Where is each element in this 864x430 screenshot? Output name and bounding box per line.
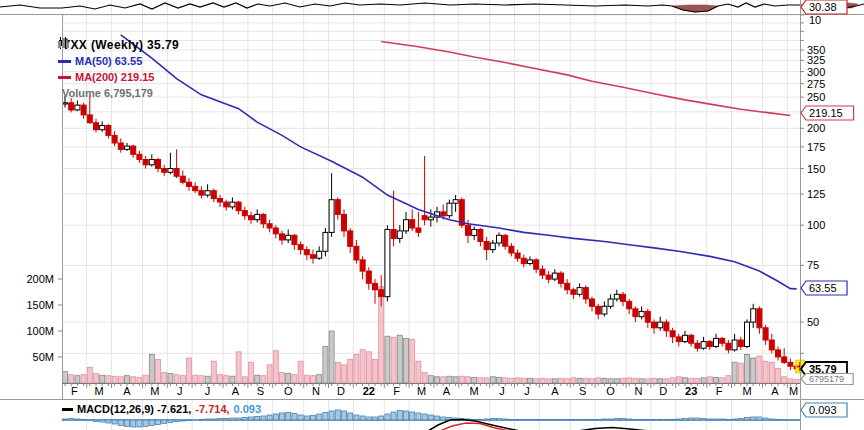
macd-hist-bar [546,420,551,421]
volume-bar [162,373,167,383]
macd-hist-bar [187,420,192,421]
month-axis-label: J [524,385,530,397]
candle-body [788,362,793,366]
volume-bar [69,375,74,383]
month-axis-label: D [337,385,345,397]
ma200-label: MA(200) 219.15 [75,69,155,85]
volume-label: Volume 6,795,179 [62,85,153,101]
volume-bar [503,378,508,383]
volume-bar [311,376,316,383]
price-axis-label: 175 [807,141,825,153]
candle-body [298,245,303,250]
macd-hist-bar [509,420,514,421]
callout-value: 30.38 [809,1,837,13]
volume-bar [590,379,595,383]
month-axis-label: F [393,385,400,397]
candle-body [100,126,105,130]
candle-body [515,253,520,258]
volume-bar [143,375,148,383]
volume-bar [193,375,198,383]
volume-bar [720,378,725,383]
month-axis-label: F [71,385,78,397]
volume-bar [732,362,737,383]
volume-bar [714,377,719,383]
candle-body [143,160,148,165]
volume-bar [776,368,781,383]
volume-bar [614,379,619,383]
volume-bar [335,362,340,383]
volume-bar [149,354,154,383]
volume-bar [236,352,241,383]
candle-body [565,283,570,290]
macd-hist-bar [69,419,74,421]
volume-bar [559,378,564,383]
price-axis-label: 250 [807,91,825,103]
price-axis-label: 150 [807,163,825,175]
macd-hist-bar [515,420,520,421]
volume-bar [224,376,229,383]
volume-bar [645,379,650,383]
macd-hist-bar [75,419,80,420]
legend-volume-row: Volume 6,795,179 [58,85,179,101]
macd-hist-bar [218,419,223,421]
macd-hist-bar [590,420,595,421]
volume-bar [391,337,396,383]
volume-bar [540,378,545,383]
candle-body [416,228,421,232]
volume-bar [621,378,626,383]
macd-hist-bar [416,413,421,420]
volume-bar [652,378,657,383]
macd-label-and-value: MACD(12,26,9) -7.621, [77,403,191,415]
candle-body [81,105,86,115]
macd-hist-bar [633,420,638,421]
candle-body [720,338,725,343]
volume-bar [571,378,576,383]
candle-body [342,214,347,231]
macd-hist-bar [683,419,688,421]
macd-hist-bar [242,418,247,421]
volume-bar [707,377,712,383]
volume-bar [242,377,247,383]
candle-body [540,269,545,275]
volume-bar [230,376,235,383]
volume-axis-label: 200M [26,273,54,285]
volume-bar [218,375,223,383]
volume-bar [404,338,409,383]
macd-hist-bar [490,419,495,421]
macd-hist-bar [714,419,719,420]
macd-hist-bar [738,419,743,421]
candle-body [168,169,173,173]
volume-bar [298,361,303,383]
candle-body [211,191,216,199]
volume-bar [745,354,750,383]
volume-bar [261,376,266,383]
volume-bar [658,379,663,383]
candle-body [286,235,291,240]
volume-bar [459,376,464,383]
candlesticks [63,95,800,372]
volume-axis-label: 150M [26,299,54,311]
volume-bar [323,347,328,383]
volume-bar [466,377,471,383]
candle-body [273,228,278,234]
month-axis-label: 22 [363,385,375,397]
macd-hist-bar [81,420,86,421]
macd-hist-bar [751,417,756,420]
macd-hist-bar [311,416,316,421]
volume-bar [156,360,161,383]
candle-body [490,243,495,250]
month-axis-label: M [95,385,104,397]
macd-hist-bar [162,420,167,424]
volume-bar [373,360,378,383]
candle-body [639,311,644,316]
macd-hist-bar [422,414,427,420]
month-axis-label: A [771,385,779,397]
callout-value: 0.093 [809,404,837,416]
macd-hist-bar [565,420,570,421]
macd-hist-bar [534,420,539,421]
volume-bar [701,378,706,383]
volume-bar [385,336,390,383]
volume-bar [435,377,440,383]
macd-hist-bar [87,420,92,421]
candle-body [131,146,136,154]
